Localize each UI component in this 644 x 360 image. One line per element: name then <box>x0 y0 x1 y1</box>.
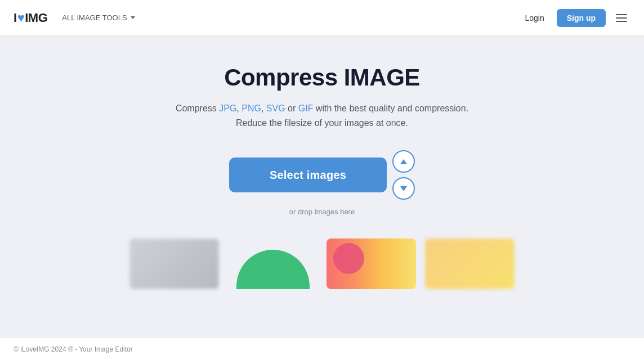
drop-hint: or drop images here <box>289 208 355 216</box>
preview-thumb-colorful <box>327 238 416 289</box>
upload-from-url-button[interactable] <box>392 177 415 200</box>
colorful-circle <box>333 243 364 274</box>
header-right: Login Sign up <box>519 9 630 27</box>
preview-thumb-green <box>228 238 317 289</box>
all-tools-button[interactable]: ALL IMAGE TOOLS <box>59 11 138 24</box>
upload-extra-icons <box>392 150 415 200</box>
logo: I ♥ IMG <box>14 11 47 25</box>
preview-thumb-gray <box>129 238 219 289</box>
signup-button[interactable]: Sign up <box>557 9 606 27</box>
hamburger-line-3 <box>616 21 627 22</box>
preview-thumb-yellow <box>425 238 515 289</box>
hamburger-line-2 <box>616 17 627 19</box>
format-gif-link[interactable]: GIF <box>298 104 314 113</box>
upload-arrow-down-icon <box>400 186 407 191</box>
hamburger-line-1 <box>616 14 627 15</box>
footer: © iLoveIMG 2024 ® - Your Image Editor <box>0 338 644 360</box>
login-button[interactable]: Login <box>519 10 549 26</box>
format-jpg-link[interactable]: JPG <box>219 104 236 113</box>
chevron-down-icon <box>131 16 135 19</box>
select-images-button[interactable]: Select images <box>229 158 387 192</box>
upload-from-cloud-button[interactable] <box>392 150 415 173</box>
all-tools-label: ALL IMAGE TOOLS <box>62 14 127 22</box>
format-png-link[interactable]: PNG <box>242 104 261 113</box>
footer-copyright: © iLoveIMG 2024 ® - Your Image Editor <box>14 345 133 353</box>
upload-area: Select images <box>229 150 415 200</box>
logo-img-text: IMG <box>25 11 47 25</box>
page-title: Compress IMAGE <box>224 64 420 91</box>
header: I ♥ IMG ALL IMAGE TOOLS Login Sign up <box>0 0 644 36</box>
hamburger-menu-button[interactable] <box>612 11 630 25</box>
green-shape <box>236 250 310 289</box>
logo-i: I <box>14 11 17 25</box>
logo-heart-icon: ♥ <box>17 11 25 25</box>
page-description: Compress JPG, PNG, SVG or GIF with the b… <box>176 101 468 130</box>
upload-arrow-up-icon <box>400 159 407 164</box>
preview-thumbnails <box>125 238 519 289</box>
main-content: Compress IMAGE Compress JPG, PNG, SVG or… <box>0 36 644 338</box>
format-svg-link[interactable]: SVG <box>266 104 285 113</box>
header-left: I ♥ IMG ALL IMAGE TOOLS <box>14 11 138 25</box>
